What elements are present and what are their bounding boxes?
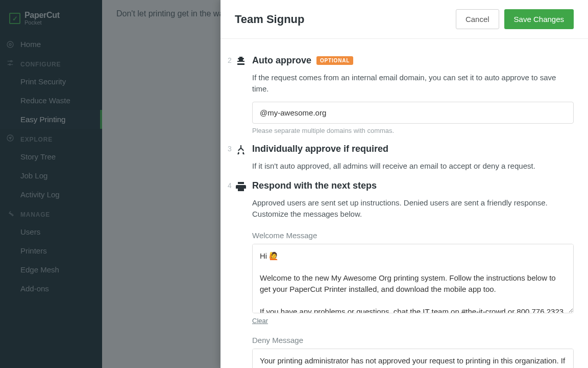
step-individual-approve: 3 Individually approve if required If it… bbox=[235, 144, 574, 172]
step-number: 4 bbox=[228, 181, 232, 190]
step-number: 3 bbox=[228, 145, 232, 153]
modal-body[interactable]: 2 Auto approve OPTIONAL If the request c… bbox=[220, 39, 588, 368]
step-number: 2 bbox=[228, 56, 232, 64]
cancel-button[interactable]: Cancel bbox=[456, 9, 499, 29]
stamp-icon bbox=[235, 55, 247, 67]
modal-header: Team Signup Cancel Save Changes bbox=[220, 0, 588, 39]
step-respond: 4 Respond with the next steps Approved u… bbox=[235, 180, 574, 368]
deny-message-textarea[interactable]: Your printing administrator has not appr… bbox=[252, 349, 574, 368]
printer-message-icon bbox=[235, 180, 247, 193]
save-button[interactable]: Save Changes bbox=[504, 9, 574, 29]
step-title-text: Auto approve bbox=[252, 55, 311, 66]
deny-message-label: Deny Message bbox=[252, 336, 574, 344]
auto-approve-domains-input[interactable] bbox=[252, 102, 574, 124]
step-desc: If the request comes from an internal em… bbox=[252, 72, 574, 95]
welcome-message-textarea[interactable]: Hi 🙋 Welcome to the new My Awesome Org p… bbox=[252, 244, 574, 313]
step-auto-approve: 2 Auto approve OPTIONAL If the request c… bbox=[235, 55, 574, 134]
step-desc: If it isn't auto approved, all admins wi… bbox=[252, 160, 574, 172]
welcome-message-label: Welcome Message bbox=[252, 231, 574, 240]
helper-text: Please separate multiple domains with co… bbox=[252, 127, 574, 134]
team-signup-modal: Team Signup Cancel Save Changes 2 Auto a… bbox=[220, 0, 588, 368]
modal-title: Team Signup bbox=[235, 13, 305, 26]
step-title-text: Individually approve if required bbox=[252, 144, 388, 154]
clear-welcome-link[interactable]: Clear bbox=[252, 317, 268, 325]
optional-badge: OPTIONAL bbox=[316, 56, 353, 65]
step-title-text: Respond with the next steps bbox=[252, 180, 377, 191]
step-desc: Approved users are sent set up instructi… bbox=[252, 197, 574, 220]
fork-icon bbox=[235, 144, 247, 156]
